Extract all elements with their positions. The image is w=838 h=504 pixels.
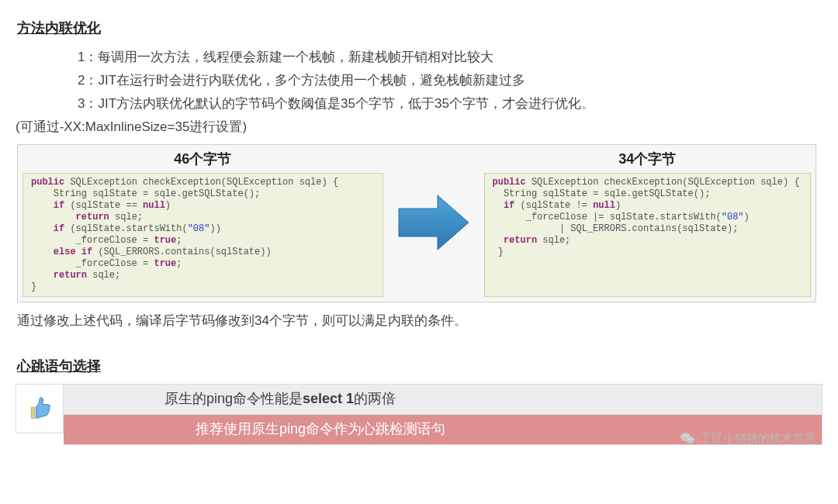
setting-note: (可通过-XX:MaxInlineSize=35进行设置) (16, 116, 822, 138)
arrow-column (391, 148, 476, 297)
bullet-2: 2：JIT在运行时会进行内联优化，多个方法使用一个栈帧，避免栈帧新建过多 (78, 70, 822, 91)
section-heading-heartbeat: 心跳语句选择 (17, 355, 822, 378)
code-left-title: 46个字节 (23, 148, 383, 171)
thumbs-up-icon (16, 384, 64, 433)
code-left-block: public SQLException checkException(SQLEx… (23, 173, 383, 297)
code-right-column: 34个字节 public SQLException checkException… (484, 148, 812, 297)
svg-point-2 (686, 437, 694, 444)
explanation-paragraph: 通过修改上述代码，编译后字节码修改到34个字节，则可以满足内联的条件。 (17, 310, 822, 332)
watermark-text: 工匠小猪猪的技术世界 (700, 429, 816, 448)
bullet-1: 1：每调用一次方法，线程便会新建一个栈帧，新建栈帧开销相对比较大 (78, 47, 822, 68)
arrow-right-icon (395, 192, 473, 254)
banner-line-1: 原生的ping命令性能是select 1的两倍 (64, 384, 822, 415)
heartbeat-banner: 原生的ping命令性能是select 1的两倍 推荐使用原生ping命令作为心跳… (16, 384, 822, 444)
section-heading-inline: 方法内联优化 (17, 17, 822, 40)
bullet-3: 3：JIT方法内联优化默认的字节码个数阈值是35个字节，低于35个字节，才会进行… (78, 93, 822, 115)
svg-marker-0 (399, 195, 469, 250)
code-right-block: public SQLException checkException(SQLEx… (484, 173, 812, 297)
svg-point-5 (688, 439, 689, 440)
code-comparison-figure: 46个字节 public SQLException checkException… (17, 144, 816, 302)
svg-point-4 (687, 435, 688, 437)
svg-point-6 (691, 439, 692, 440)
wechat-icon (680, 430, 695, 446)
svg-point-3 (684, 435, 685, 437)
code-left-column: 46个字节 public SQLException checkException… (23, 148, 383, 297)
wechat-watermark: 工匠小猪猪的技术世界 (680, 429, 816, 448)
code-right-title: 34个字节 (484, 148, 812, 171)
